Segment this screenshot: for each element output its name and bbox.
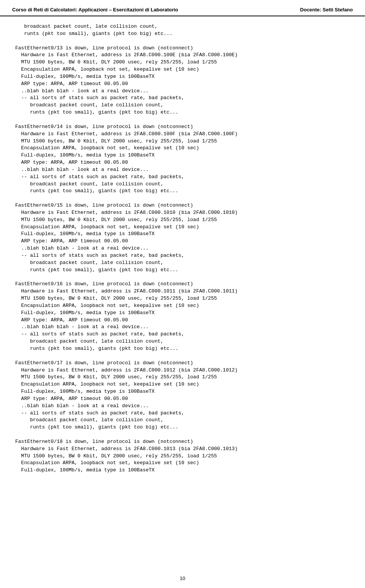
header-course-title: Corso di Reti di Calcolatori: Applicazio… xyxy=(12,7,178,13)
page-number: 10 xyxy=(180,575,185,581)
main-content: broadcast packet count, late collision c… xyxy=(0,20,365,489)
page-footer: 10 xyxy=(0,575,365,581)
page-header: Corso di Reti di Calcolatori: Applicazio… xyxy=(0,0,365,16)
header-instructor: Docente: Setti Stefano xyxy=(300,7,353,13)
